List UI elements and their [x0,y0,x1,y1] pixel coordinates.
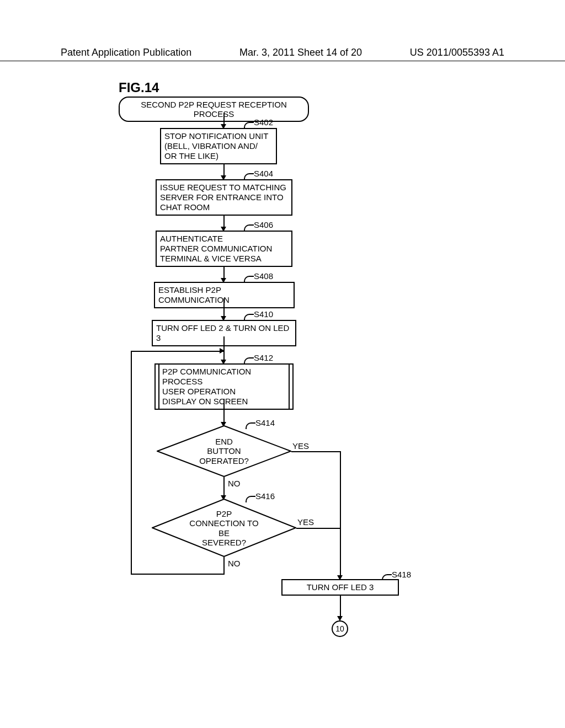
branch-no: NO [228,559,241,568]
flow-line [340,596,341,619]
flow-line [340,451,341,578]
step-s406: AUTHENTICATE PARTNER COMMUNICATION TERMI… [156,231,292,267]
step-id-s408: S408 [254,271,273,281]
branch-no: NO [228,479,241,488]
off-page-connector: 10 [332,620,348,637]
decision-s416: P2P CONNECTION TO BE SEVERED? [152,499,296,557]
flow-line [131,574,225,575]
header-right: US 2011/0055393 A1 [410,47,504,58]
step-id-s410: S410 [254,309,273,319]
step-id-s404: S404 [254,169,273,178]
decision-s414: END BUTTON OPERATED? [157,425,291,477]
flow-line [296,528,341,529]
step-s404: ISSUE REQUEST TO MATCHING SERVER FOR ENT… [156,179,292,216]
step-id-s402: S402 [254,117,273,127]
step-id-s418: S418 [392,570,411,579]
arrow-right-icon [220,348,225,354]
step-id-s406: S406 [254,220,273,229]
flow-line [131,351,223,352]
flow-start: SECOND P2P REQUEST RECEPTION PROCESS [119,97,309,122]
flow-line [223,399,225,425]
flow-line [131,351,132,574]
flow-line [291,451,341,452]
flow-line [223,557,225,574]
step-id-s412: S412 [254,353,273,362]
step-s402: STOP NOTIFICATION UNIT (BELL, VIBRATION … [160,128,277,164]
header-middle: Mar. 3, 2011 Sheet 14 of 20 [239,47,362,58]
page-header: Patent Application Publication Mar. 3, 2… [0,47,565,61]
step-s418: TURN OFF LED 3 [281,579,399,596]
branch-yes: YES [292,441,309,451]
branch-yes: YES [297,517,314,527]
figure-label: FIG.14 [119,80,159,95]
header-left: Patent Application Publication [61,47,191,58]
